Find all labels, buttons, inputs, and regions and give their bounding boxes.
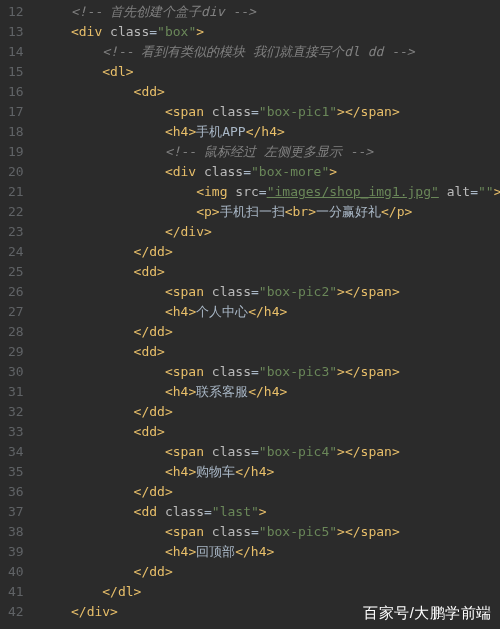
code-line: <h4>联系客服</h4> (40, 382, 500, 402)
line-number: 40 (8, 562, 24, 582)
line-number: 42 (8, 602, 24, 622)
code-line: <dd class="last"> (40, 502, 500, 522)
line-number: 24 (8, 242, 24, 262)
code-line: <dd> (40, 82, 500, 102)
code-line: </div> (40, 222, 500, 242)
code-line: <span class="box-pic5"></span> (40, 522, 500, 542)
code-line: <!-- 看到有类似的模块 我们就直接写个dl dd --> (40, 42, 500, 62)
line-number: 38 (8, 522, 24, 542)
line-number: 16 (8, 82, 24, 102)
line-number: 23 (8, 222, 24, 242)
code-line: <dd> (40, 422, 500, 442)
watermark: 百家号/大鹏学前端 (363, 603, 492, 623)
code-line: </dd> (40, 482, 500, 502)
line-number: 32 (8, 402, 24, 422)
code-line: <p>手机扫一扫<br>一分赢好礼</p> (40, 202, 500, 222)
code-line: <h4>手机APP</h4> (40, 122, 500, 142)
line-number: 30 (8, 362, 24, 382)
code-line: </dd> (40, 402, 500, 422)
code-line: <div class="box-more"> (40, 162, 500, 182)
line-number: 22 (8, 202, 24, 222)
line-number-gutter: 1213141516171819202122232425262728293031… (0, 0, 34, 629)
code-line: <div class="box"> (40, 22, 500, 42)
code-line: <h4>回顶部</h4> (40, 542, 500, 562)
line-number: 31 (8, 382, 24, 402)
line-number: 19 (8, 142, 24, 162)
line-number: 35 (8, 462, 24, 482)
code-line: <span class="box-pic4"></span> (40, 442, 500, 462)
code-line: </dl> (40, 582, 500, 602)
code-line: <h4>购物车</h4> (40, 462, 500, 482)
line-number: 37 (8, 502, 24, 522)
line-number: 13 (8, 22, 24, 42)
code-line: <span class="box-pic3"></span> (40, 362, 500, 382)
line-number: 41 (8, 582, 24, 602)
code-line: </dd> (40, 242, 500, 262)
line-number: 17 (8, 102, 24, 122)
code-line: <!-- 鼠标经过 左侧更多显示 --> (40, 142, 500, 162)
line-number: 21 (8, 182, 24, 202)
code-line: <dl> (40, 62, 500, 82)
line-number: 18 (8, 122, 24, 142)
line-number: 14 (8, 42, 24, 62)
line-number: 33 (8, 422, 24, 442)
line-number: 36 (8, 482, 24, 502)
code-area: <!-- 首先创建个盒子div --> <div class="box"> <!… (34, 0, 500, 629)
line-number: 12 (8, 2, 24, 22)
code-line: </dd> (40, 562, 500, 582)
code-line: <dd> (40, 262, 500, 282)
code-line: <span class="box-pic2"></span> (40, 282, 500, 302)
line-number: 26 (8, 282, 24, 302)
line-number: 15 (8, 62, 24, 82)
code-line: <span class="box-pic1"></span> (40, 102, 500, 122)
line-number: 28 (8, 322, 24, 342)
code-editor: 1213141516171819202122232425262728293031… (0, 0, 500, 629)
code-line: <!-- 首先创建个盒子div --> (40, 2, 500, 22)
line-number: 39 (8, 542, 24, 562)
line-number: 20 (8, 162, 24, 182)
line-number: 27 (8, 302, 24, 322)
code-line: <h4>个人中心</h4> (40, 302, 500, 322)
code-line: <img src="images/shop_img1.jpg" alt=""> (40, 182, 500, 202)
line-number: 34 (8, 442, 24, 462)
line-number: 25 (8, 262, 24, 282)
code-line: </dd> (40, 322, 500, 342)
line-number: 29 (8, 342, 24, 362)
code-line: <dd> (40, 342, 500, 362)
